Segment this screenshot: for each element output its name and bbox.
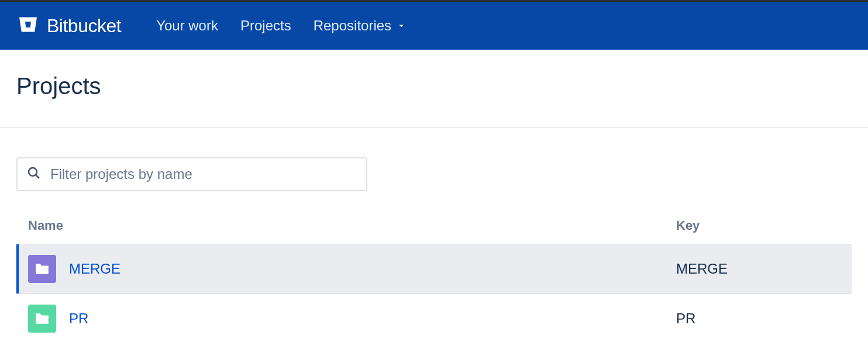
- project-link[interactable]: PR: [69, 310, 88, 327]
- search-icon: [27, 166, 41, 182]
- project-name-cell: MERGE: [28, 255, 676, 283]
- table-row[interactable]: PR PR: [16, 293, 852, 342]
- content: Name Key MERGE MERGE PR: [0, 128, 868, 342]
- app-header: Bitbucket Your work Projects Repositorie…: [0, 2, 868, 50]
- svg-line-1: [36, 175, 39, 178]
- project-key: MERGE: [676, 261, 840, 277]
- main-nav: Your work Projects Repositories: [156, 18, 407, 34]
- project-icon: [28, 255, 56, 283]
- chevron-down-icon: [396, 20, 407, 31]
- logo[interactable]: Bitbucket: [16, 13, 121, 39]
- search-box[interactable]: [16, 157, 367, 191]
- table-header: Name Key: [16, 212, 852, 244]
- column-header-name[interactable]: Name: [28, 218, 676, 233]
- nav-repositories[interactable]: Repositories: [314, 18, 407, 34]
- product-name: Bitbucket: [47, 15, 121, 37]
- project-icon: [28, 305, 56, 333]
- bitbucket-icon: [16, 13, 40, 39]
- nav-repositories-label: Repositories: [314, 18, 391, 34]
- project-key: PR: [676, 310, 840, 327]
- nav-your-work[interactable]: Your work: [156, 18, 218, 34]
- projects-table: Name Key MERGE MERGE PR: [16, 212, 852, 342]
- project-link[interactable]: MERGE: [69, 261, 120, 277]
- filter-projects-input[interactable]: [50, 166, 357, 182]
- project-name-cell: PR: [28, 305, 676, 333]
- page-title: Projects: [0, 50, 868, 127]
- nav-projects[interactable]: Projects: [240, 18, 291, 34]
- table-row[interactable]: MERGE MERGE: [16, 244, 852, 293]
- column-header-key[interactable]: Key: [676, 218, 840, 233]
- svg-point-0: [29, 168, 37, 176]
